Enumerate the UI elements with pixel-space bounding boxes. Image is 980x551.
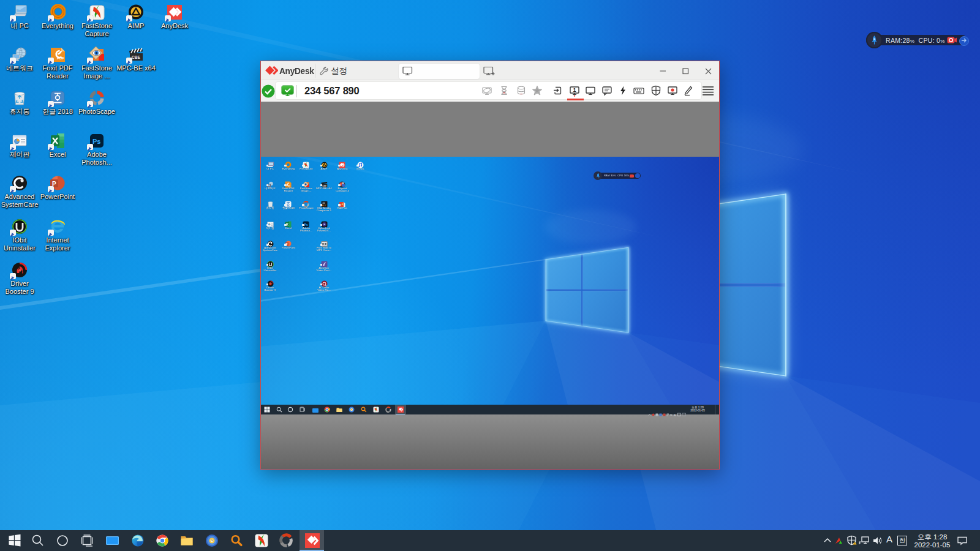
svg-text:Ps: Ps <box>92 138 100 145</box>
svg-text:1: 1 <box>573 87 576 93</box>
svg-text:CBE: CBE <box>132 55 140 59</box>
svg-text:PDF: PDF <box>57 56 64 60</box>
svg-text:A: A <box>674 413 676 416</box>
